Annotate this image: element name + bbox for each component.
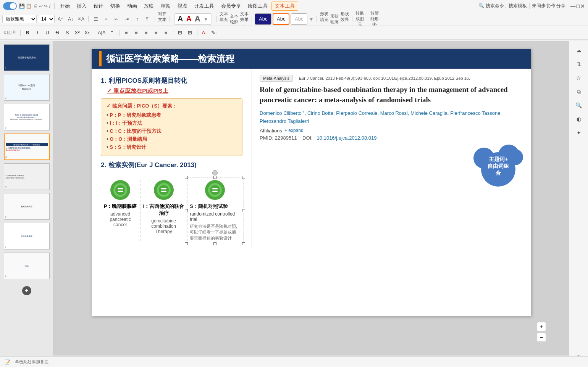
- menu-dev[interactable]: 开发工具: [191, 2, 217, 10]
- text-style-dropdown[interactable]: ▼: [203, 16, 208, 22]
- menu-draw[interactable]: 绘图工具: [245, 2, 271, 10]
- style-box-1[interactable]: Abc: [255, 13, 271, 25]
- menu-vip[interactable]: 会员专享: [218, 2, 244, 10]
- col-btn[interactable]: ⊟: [176, 28, 185, 38]
- min-btn[interactable]: —: [570, 3, 576, 9]
- subscript-btn[interactable]: X₂: [82, 28, 92, 38]
- slide-thumb-8[interactable]: 结论 8: [4, 253, 50, 279]
- increase-indent-btn[interactable]: ⇥: [122, 14, 131, 24]
- text-a-solid[interactable]: A: [178, 14, 183, 23]
- font-size-select[interactable]: 14: [38, 15, 55, 23]
- rt-btn-copy[interactable]: ⧉: [573, 85, 585, 98]
- para-spacing-btn[interactable]: ¶: [143, 14, 152, 24]
- rotate-handle[interactable]: [212, 170, 218, 175]
- slide-thumb-3[interactable]: Role of gemcitabine-basedcombination the…: [4, 104, 50, 130]
- cloud-text: 主题词+ 自由词组 合: [488, 156, 509, 177]
- menu-text[interactable]: 文本工具: [271, 2, 298, 11]
- max-btn[interactable]: □: [577, 3, 580, 9]
- shape-effect-btn[interactable]: 形状效果·: [340, 14, 349, 24]
- align-right-btn[interactable]: ≡: [142, 28, 151, 38]
- to-image-btn[interactable]: 转换成图元: [355, 14, 364, 24]
- rt-btn-arrange[interactable]: ⇅: [573, 58, 585, 70]
- rt-btn-search[interactable]: 🔍: [573, 99, 585, 111]
- col2-btn[interactable]: ⊞: [186, 28, 195, 38]
- style-box-2[interactable]: Abc: [273, 13, 289, 25]
- char-spacing-btn[interactable]: A|A: [97, 28, 107, 38]
- align-left-btn[interactable]: ≡: [122, 28, 131, 38]
- menu-insert[interactable]: 插入: [74, 2, 90, 10]
- slide-thumb-4[interactable]: 循证医学检索策略——检索流程 1. 利用PICOS原则将题目转化 重点应放在PI…: [4, 134, 50, 160]
- font-name-select[interactable]: 微软雅黑: [2, 15, 37, 23]
- text-a-outline[interactable]: A: [195, 14, 200, 23]
- decrease-indent-btn[interactable]: ⇤: [112, 14, 121, 24]
- menu-show[interactable]: 放映: [141, 2, 157, 10]
- font-shrink-btn[interactable]: A↓: [66, 14, 75, 24]
- menu-switch[interactable]: 切换: [107, 2, 123, 10]
- zoom-out-btn[interactable]: −: [537, 333, 546, 342]
- section1-title[interactable]: 利用PICOS原则将题目转化: [108, 76, 187, 85]
- slide-thumb-1[interactable]: 循证医学检索策略 1: [4, 44, 50, 71]
- clear-format-btn[interactable]: ✕A: [76, 14, 86, 24]
- text-outline-btn[interactable]: 文本轮廓: [229, 14, 239, 24]
- style-boxes-dropdown[interactable]: ▼: [309, 16, 314, 22]
- picos-col-s: S：随机对照试验 randomized controlled trial 研究方…: [187, 180, 242, 241]
- highlight-text[interactable]: ✓ 重点应放在PI或PIS上: [107, 87, 168, 94]
- unsync-label[interactable]: 未同步: [532, 3, 546, 9]
- menu-review[interactable]: 审阅: [158, 2, 174, 10]
- expand-btn[interactable]: + expand: [284, 128, 304, 133]
- points-label[interactable]: 分享: [556, 3, 565, 9]
- font-grow-btn[interactable]: A↑: [56, 14, 65, 24]
- shape-outline-btn[interactable]: 形状轮廓: [330, 14, 339, 24]
- font-color-btn[interactable]: A·: [200, 28, 209, 38]
- align-center-btn[interactable]: ≡: [132, 28, 141, 38]
- text-a-red[interactable]: A: [186, 14, 191, 23]
- notes-text[interactable]: 单击此处添加备注: [15, 359, 48, 365]
- menu-design[interactable]: 设计: [90, 2, 107, 10]
- menu-animate[interactable]: 动画: [124, 2, 140, 10]
- close-btn[interactable]: ✕: [580, 3, 585, 9]
- shadow-btn[interactable]: S: [63, 28, 72, 38]
- slide-thumb-2[interactable]: 利用PICOS原则检索流程 2: [4, 74, 50, 101]
- distributed-btn[interactable]: ≡: [162, 28, 171, 38]
- bold-btn[interactable]: B: [23, 28, 32, 38]
- search-area[interactable]: 🔍 搜索命令、搜索模板: [478, 3, 527, 9]
- rt-btn-spark[interactable]: ✦: [573, 127, 585, 139]
- pico-item-i: • I：I：干预方法: [107, 120, 237, 127]
- superscript-btn[interactable]: X²: [73, 28, 82, 38]
- num-list-btn[interactable]: ≡: [102, 14, 111, 24]
- text-fill-btn[interactable]: 文本填充·: [219, 14, 228, 24]
- ligature-btn[interactable]: ⌃: [108, 28, 117, 38]
- section2-title[interactable]: 检索实例(Eur J Cancer. 2013): [108, 161, 197, 169]
- line-spacing-btn[interactable]: ↕: [132, 14, 142, 24]
- slide-thumb-7[interactable]: 更多检索策略 7: [4, 223, 50, 249]
- menu-start[interactable]: 开始: [57, 2, 73, 10]
- style-box-3[interactable]: Abc: [291, 13, 307, 25]
- align-text-btn[interactable]: 对齐文本·: [158, 14, 167, 24]
- app-icons: 💾 📋 🖨 ↩ ↪ /: [19, 3, 50, 9]
- zoom-in-btn[interactable]: +: [537, 322, 546, 331]
- italic-btn[interactable]: I: [33, 28, 42, 38]
- main-canvas-area[interactable]: 循证医学检索策略——检索流程 1. 利用PICOS原则将题目转化 ✓ 重点应放在…: [53, 41, 569, 356]
- rt-btn-cloud[interactable]: ☁: [573, 44, 585, 56]
- coop-label[interactable]: 协作: [546, 3, 556, 9]
- shape-fill-btn[interactable]: 形状填充·: [320, 14, 329, 24]
- toggle-button[interactable]: [3, 2, 17, 10]
- slide-thumb-6[interactable]: 检索策略内容 6: [4, 193, 50, 220]
- menu-view[interactable]: 视图: [174, 2, 191, 10]
- rt-btn-half[interactable]: ◐: [573, 113, 585, 125]
- underline-btn[interactable]: U: [43, 28, 52, 38]
- pico-box: ✓ 临床问题：PICO（S）要素： • P：P：研究对象或患者 • I：I：干预…: [101, 98, 242, 156]
- rt-btn-star[interactable]: ☆: [573, 72, 585, 84]
- highlight-btn[interactable]: ✎·: [210, 28, 219, 38]
- meta-badge[interactable]: Meta-Analysis: [260, 75, 293, 82]
- text-effect-btn[interactable]: 文本效果·: [240, 14, 249, 24]
- add-slide-btn[interactable]: +: [22, 286, 31, 295]
- justify-btn[interactable]: ≡: [152, 28, 161, 38]
- slide-thumb-5[interactable]: Combination TherapyAdvanced Pancreatic..…: [4, 163, 50, 190]
- picos-i-label: I：吉西他滨的联合治疗: [142, 203, 185, 217]
- bullet-list-btn[interactable]: ☰: [91, 14, 100, 24]
- strikethrough-btn[interactable]: S: [53, 28, 62, 38]
- slide-title[interactable]: 循证医学检索策略——检索流程: [106, 53, 234, 65]
- smart-shape-btn[interactable]: 转智能形状·: [370, 14, 379, 24]
- doi-link[interactable]: 10.1016/j.ejca.2012.08.019: [317, 135, 377, 141]
